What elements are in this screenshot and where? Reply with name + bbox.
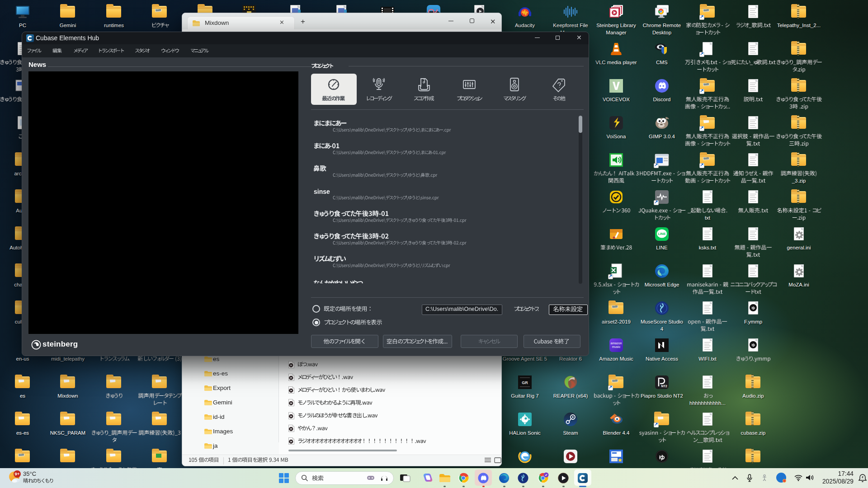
svg-text:LINE: LINE (658, 232, 665, 236)
svg-text:music: music (612, 345, 621, 348)
svg-text:GR: GR (522, 380, 528, 385)
svg-text:z: z (862, 475, 863, 479)
svg-text:amazon: amazon (611, 342, 622, 345)
svg-text:NT2: NT2 (661, 385, 667, 388)
